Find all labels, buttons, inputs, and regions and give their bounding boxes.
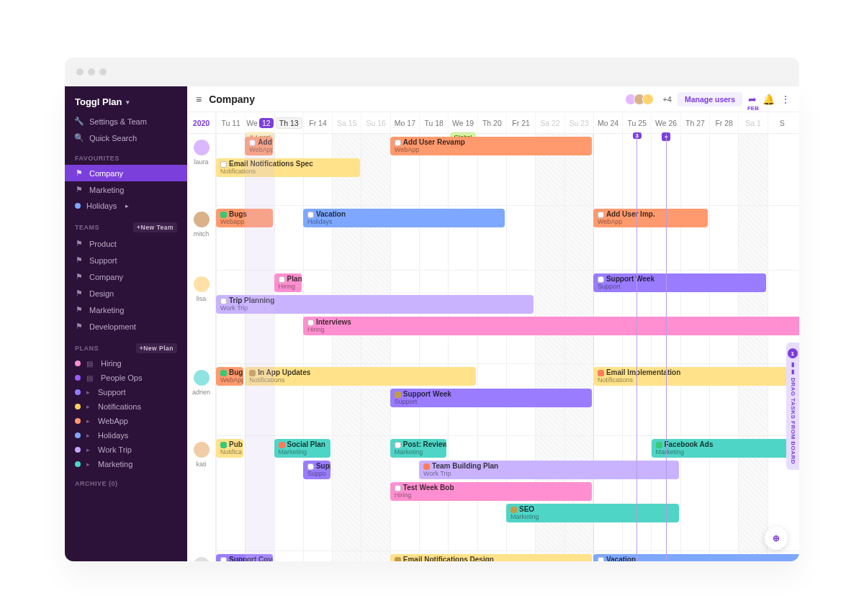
task-social-plan[interactable]: Social PlanMarketing [274,439,331,458]
task-bugs[interactable]: BugsWebApp [216,367,243,386]
day-4[interactable]: Sa 15 [332,112,361,133]
bell-icon[interactable]: 🔔 [762,94,775,105]
task-support-week[interactable]: Support WeekSupport [390,389,592,407]
timeline-row[interactable]: AddWebAppAdd User RevampWebAppEmail Noti… [216,134,799,206]
day-7[interactable]: Tu 18 [419,112,448,133]
fav-marketing[interactable]: ⚑Marketing [65,181,187,198]
status-icon [395,391,401,398]
plan-marketing[interactable]: ▸Marketing [65,457,187,471]
new-team-button[interactable]: +New Team [133,222,177,232]
day-8[interactable]: We 19Global [448,112,477,133]
task-seo[interactable]: SEOMarketing [506,504,679,522]
day-3[interactable]: Fr 14 [303,112,332,133]
traffic-light-min[interactable] [88,68,95,76]
day-16[interactable]: Th 27 [680,112,709,133]
day-18[interactable]: FEBSa 1 [738,112,767,133]
traffic-light-max[interactable] [99,68,107,76]
plan-label: Holidays [98,431,128,440]
fav-holidays[interactable]: Holidays▸ [65,198,187,214]
timeline-row[interactable]: BugsWebappVacationHolidaysAdd User Imp.W… [216,206,799,271]
day-13[interactable]: Mo 24 [593,112,622,133]
brand-menu[interactable]: Toggl Plan ▾ [65,86,187,113]
task-add-user-imp-[interactable]: Add User Imp.WebApp [593,209,708,227]
task-support-week[interactable]: Support WeekSupport [593,273,766,292]
task-supp[interactable]: SuppSuppo [303,461,330,479]
task-vacation[interactable]: VacationHolidays [303,209,505,227]
avatar-more-count[interactable]: +4 [662,95,672,104]
chevron-right-icon: ▸ [86,417,92,425]
task-facebook-ads[interactable]: Facebook AdsMarketing [652,439,800,458]
share-icon[interactable]: ➦ [748,94,757,105]
person-mitch[interactable]: mitch [187,206,215,271]
day-10[interactable]: Fr 21 [506,112,535,133]
day-5[interactable]: Su 16 [361,112,390,133]
task-plan[interactable]: PlanHiring [274,273,302,292]
day-19[interactable]: S [768,112,796,133]
person-lisa[interactable]: lisa [187,271,215,364]
dot-icon [75,432,81,438]
plan-holidays[interactable]: ▸Holidays [65,428,187,443]
more-icon[interactable]: ⋮ [780,94,791,105]
person-laura[interactable]: laura [187,134,215,206]
status-icon [279,442,285,448]
task-post-review[interactable]: Post: ReviewMarketing [390,439,447,458]
task-team-building-plan[interactable]: Team Building PlanWork Trip [419,461,679,479]
team-marketing[interactable]: ⚑Marketing [65,302,187,318]
main: ≡ Company +4 Manage users ➦ 🔔 ⋮ 2020 Tu … [187,86,799,561]
plan-label: Support [98,388,126,397]
team-design[interactable]: ⚑Design [65,285,187,302]
day-12[interactable]: Su 23 [564,112,593,133]
person-adrien[interactable]: adrien [187,364,215,436]
fav-company[interactable]: ⚑Company [65,165,187,181]
sidebar: Toggl Plan ▾ 🔧 Settings & Team 🔍 Quick S… [65,86,187,561]
task-email-implementation[interactable]: Email ImplementationNotifications [593,367,799,386]
traffic-light-close[interactable] [76,68,84,76]
day-6[interactable]: Mo 17 [390,112,419,133]
task-add-user-revamp[interactable]: Add User RevampWebApp [390,137,592,155]
settings-team[interactable]: 🔧 Settings & Team [65,113,187,130]
task-vacation[interactable]: VacationHolidays [593,554,799,561]
task-test-week-bob[interactable]: Test Week BobHiring [390,482,592,501]
plan-work-trip[interactable]: ▸Work Trip [65,443,187,457]
timeline-row[interactable]: BugsWebAppIn App UpdatesNotificationsEma… [216,364,799,436]
archive-header[interactable]: ARCHIVE (0) [65,471,187,490]
day-14[interactable]: Tu 253 [622,112,651,133]
timeline-row[interactable]: PubNotificaSocial PlanMarketingPost: Rev… [216,436,799,551]
day-11[interactable]: Sa 22 [535,112,564,133]
day-15[interactable]: We 26✦ [651,112,680,133]
timeline-row[interactable]: PlanHiringSupport WeekSupportTrip Planni… [216,271,799,364]
plan-notifications[interactable]: ▸Notifications [65,399,187,414]
person-jozef[interactable]: jozef [187,551,215,561]
avatar [194,140,210,155]
avatar[interactable] [642,94,654,105]
day-2[interactable]: Th 13 [274,112,303,133]
plan-hiring[interactable]: ▤Hiring [65,356,187,371]
team-company[interactable]: ⚑Company [65,268,187,285]
task-email-notifications-spec[interactable]: Email Notifications SpecNotifications [216,158,360,177]
day-9[interactable]: Th 20 [477,112,506,133]
task-in-app-updates[interactable]: In App UpdatesNotifications [245,367,475,386]
task-email-notifications-design[interactable]: Email Notifications DesignNotifications [390,554,592,561]
person-kati[interactable]: kati [187,436,215,551]
plan-webapp[interactable]: ▸WebApp [65,414,187,428]
timeline-row[interactable]: Support CoverSupportEmail Notifications … [216,551,799,561]
manage-users-button[interactable]: Manage users [678,92,742,107]
team-support[interactable]: ⚑Support [65,252,187,268]
plan-people-ops[interactable]: ▤People Ops [65,371,187,385]
task-pub[interactable]: PubNotifica [216,439,243,458]
team-product[interactable]: ⚑Product [65,235,187,252]
team-development[interactable]: ⚑Development [65,318,187,335]
year-cell[interactable]: 2020 [187,112,216,133]
task-interviews[interactable]: InterviewsHiring [303,317,799,335]
day-0[interactable]: Tu 11 [216,112,245,133]
day-1[interactable]: We12⚹ Local [245,112,274,133]
day-17[interactable]: Fr 28 [709,112,738,133]
header-avatars[interactable] [625,94,654,105]
zoom-button[interactable]: ⊕ [765,527,788,550]
plan-support[interactable]: ▸Support [65,385,187,399]
quick-search[interactable]: 🔍 Quick Search [65,130,187,146]
filter-icon[interactable]: ≡ [196,94,202,105]
drag-tasks-tab[interactable]: 1 ▮▮ DRAG TASKS FROM BOARD [786,343,799,470]
new-plan-button[interactable]: +New Plan [136,343,177,353]
status-icon [220,298,227,304]
